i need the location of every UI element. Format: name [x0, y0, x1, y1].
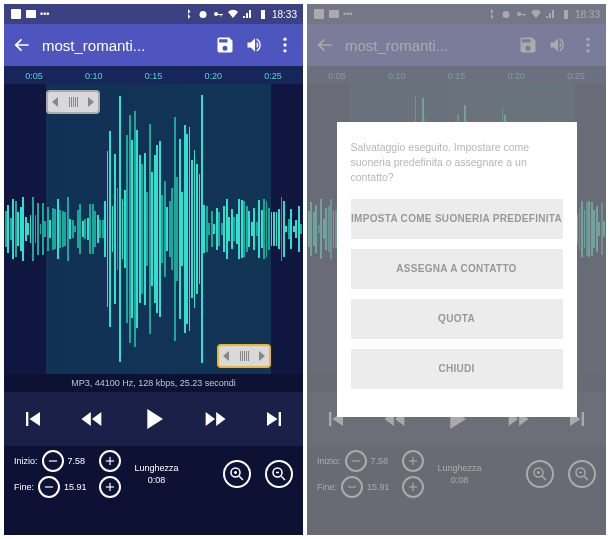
close-button[interactable]: CHIUDI — [351, 349, 563, 389]
fine-label: Fine: — [14, 482, 34, 492]
time-axis: 0:05 0:10 0:15 0:20 0:25 — [4, 66, 303, 84]
save-dialog: Salvataggio eseguito. Impostare come suo… — [337, 122, 577, 416]
skip-prev-icon[interactable] — [19, 405, 47, 433]
dialog-message: Salvataggio eseguito. Impostare come suo… — [351, 140, 563, 184]
svg-point-3 — [214, 12, 218, 16]
app-title: most_romanti... — [42, 37, 205, 54]
battery-icon — [257, 8, 269, 20]
signal-icon — [242, 8, 254, 20]
waveform-view[interactable] — [4, 84, 303, 374]
zoom-out-button[interactable] — [265, 460, 293, 488]
gallery-icon — [25, 8, 37, 20]
svg-point-5 — [283, 38, 286, 41]
more-icon: ••• — [40, 9, 49, 19]
svg-rect-4 — [261, 10, 265, 19]
alarm-icon — [197, 8, 209, 20]
status-time: 18:33 — [272, 9, 297, 20]
inizio-value: 7.58 — [68, 456, 86, 466]
svg-line-17 — [239, 476, 243, 480]
inizio-label: Inizio: — [14, 456, 38, 466]
rewind-icon[interactable] — [78, 405, 106, 433]
volume-icon[interactable] — [245, 35, 265, 55]
screen-dialog: ••• 18:33 most_romanti... 0:05 0:10 0:15… — [307, 4, 606, 535]
file-info: MP3, 44100 Hz, 128 kbps, 25.23 secondi — [4, 374, 303, 392]
svg-rect-0 — [11, 9, 21, 19]
back-icon[interactable] — [12, 35, 32, 55]
lunghezza-label: Lunghezza — [135, 463, 179, 473]
screen-editor: ••• 18:33 most_romanti... 0:05 0:10 0:15… — [4, 4, 303, 535]
facebook-icon — [10, 8, 22, 20]
svg-rect-8 — [48, 460, 56, 461]
svg-rect-16 — [235, 471, 237, 474]
trim-handle-end[interactable] — [217, 344, 271, 368]
svg-rect-11 — [109, 457, 110, 465]
player-controls — [4, 392, 303, 446]
inizio-minus-button[interactable] — [42, 450, 64, 472]
lunghezza-value: 0:08 — [148, 475, 166, 485]
assign-contact-button[interactable]: ASSEGNA A CONTATTO — [351, 249, 563, 289]
skip-next-icon[interactable] — [260, 405, 288, 433]
wifi-icon — [227, 8, 239, 20]
status-bar: ••• 18:33 — [4, 4, 303, 24]
overflow-icon[interactable] — [275, 35, 295, 55]
svg-line-20 — [281, 476, 285, 480]
bluetooth-icon — [182, 8, 194, 20]
fine-value: 15.91 — [64, 482, 87, 492]
modal-backdrop[interactable]: Salvataggio eseguito. Impostare come suo… — [307, 4, 606, 535]
svg-rect-1 — [26, 10, 36, 18]
app-bar: most_romanti... — [4, 24, 303, 66]
svg-rect-9 — [45, 486, 53, 487]
key-icon — [212, 8, 224, 20]
save-icon[interactable] — [215, 35, 235, 55]
set-default-ringtone-button[interactable]: IMPOSTA COME SUONERIA PREDEFINITA — [351, 199, 563, 239]
svg-point-2 — [199, 11, 206, 18]
forward-icon[interactable] — [201, 405, 229, 433]
fine-minus-button[interactable] — [38, 476, 60, 498]
fine-plus-button[interactable] — [99, 476, 121, 498]
inizio-plus-button[interactable] — [99, 450, 121, 472]
svg-rect-19 — [276, 472, 279, 474]
svg-point-7 — [283, 49, 286, 52]
zoom-in-button[interactable] — [223, 460, 251, 488]
play-icon[interactable] — [136, 402, 170, 436]
svg-point-6 — [283, 43, 286, 46]
share-button[interactable]: QUOTA — [351, 299, 563, 339]
bottom-controls: Inizio:7.58 Fine:15.91 Lunghezza 0:08 — [4, 446, 303, 502]
trim-handle-start[interactable] — [46, 90, 100, 114]
svg-rect-13 — [109, 483, 110, 491]
